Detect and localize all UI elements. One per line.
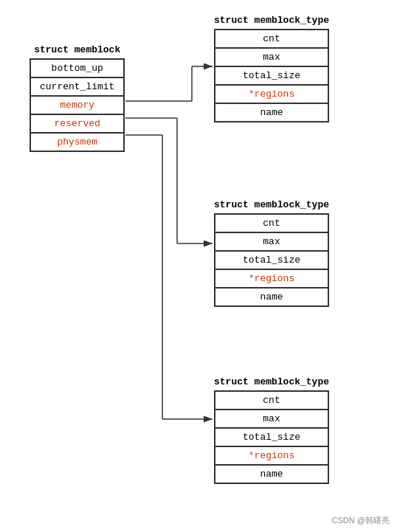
right-struct-3: struct memblock_type cnt max total_size … xyxy=(214,376,329,484)
field-bottom-up: bottom_up xyxy=(30,59,124,77)
r1-field-regions: *regions xyxy=(215,85,328,103)
r1-field-total-size: total_size xyxy=(215,66,328,85)
field-memory: memory xyxy=(30,96,124,114)
right-struct-2: struct memblock_type cnt max total_size … xyxy=(214,199,329,307)
watermark: CSDN @韩曙亮 xyxy=(332,515,390,526)
diagram-container: struct memblock bottom_up current_limit … xyxy=(0,0,397,532)
right-struct-2-title: struct memblock_type xyxy=(214,199,329,210)
left-struct: struct memblock bottom_up current_limit … xyxy=(30,44,125,152)
r2-field-regions: *regions xyxy=(215,269,328,288)
r1-field-cnt: cnt xyxy=(215,30,328,48)
field-physmem: physmem xyxy=(30,133,124,151)
r3-field-name: name xyxy=(215,465,328,483)
r3-field-cnt: cnt xyxy=(215,391,328,410)
r1-field-max: max xyxy=(215,48,328,66)
field-current-limit: current_limit xyxy=(30,77,124,96)
r3-field-max: max xyxy=(215,410,328,428)
left-struct-title: struct memblock xyxy=(30,44,125,55)
r3-field-regions: *regions xyxy=(215,446,328,465)
right-struct-1: struct memblock_type cnt max total_size … xyxy=(214,15,329,122)
r2-field-max: max xyxy=(215,232,328,251)
r2-field-cnt: cnt xyxy=(215,214,328,232)
r1-field-name: name xyxy=(215,103,328,122)
r2-field-total-size: total_size xyxy=(215,251,328,269)
r3-field-total-size: total_size xyxy=(215,428,328,446)
r2-field-name: name xyxy=(215,288,328,306)
field-reserved: reserved xyxy=(30,114,124,133)
right-struct-3-title: struct memblock_type xyxy=(214,376,329,387)
right-struct-1-title: struct memblock_type xyxy=(214,15,329,26)
